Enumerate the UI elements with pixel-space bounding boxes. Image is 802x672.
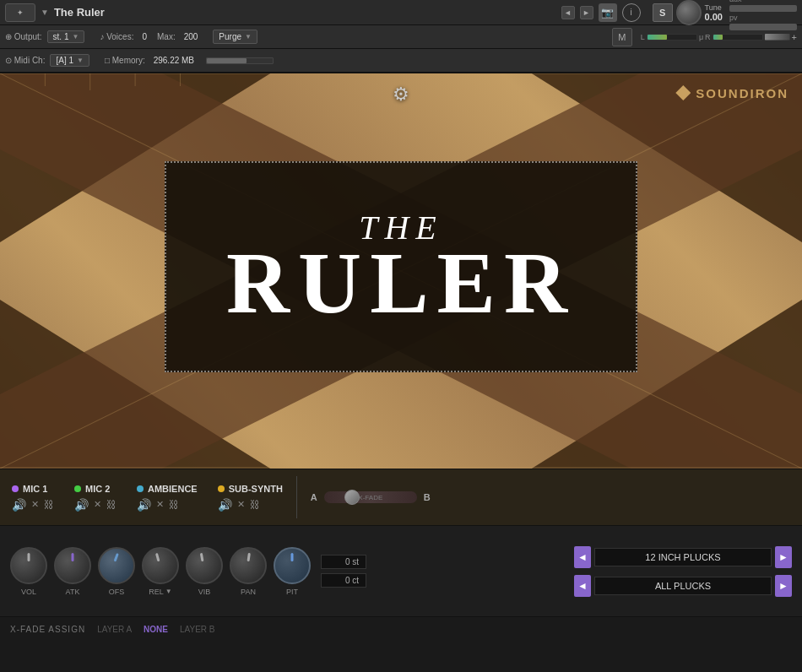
subsynth-x-icon[interactable]: ✕ xyxy=(237,499,245,510)
aux-label: aux xyxy=(729,0,797,3)
aux-pv-section: aux pv xyxy=(729,0,797,30)
preset-1-container: ◄ 12 INCH PLUCKS ► xyxy=(574,546,792,568)
camera-btn[interactable]: 📷 xyxy=(599,3,617,22)
title-bar: ✦ ▼ The Ruler ◄ ► 📷 i S Tune 0.00 aux pv xyxy=(0,0,802,25)
xfade-slider-thumb[interactable] xyxy=(344,490,360,505)
mic1-x-icon[interactable]: ✕ xyxy=(31,499,39,510)
ambience-name-row: AMBIENCE xyxy=(137,484,198,494)
ofs-label: OFS xyxy=(109,588,125,596)
preset-2-container: ◄ ALL PLUCKS ► xyxy=(574,575,792,597)
ambience-vol-icon[interactable]: 🔊 xyxy=(137,498,151,512)
mic1-link-icon[interactable]: ⛓ xyxy=(44,499,54,511)
atk-knob[interactable] xyxy=(54,547,91,584)
mic2-dot xyxy=(74,485,81,492)
nav-back-btn[interactable]: ◄ xyxy=(561,6,575,19)
output-label: ⊕ Output: xyxy=(5,32,42,41)
knob-group-vol: VOL xyxy=(10,547,47,596)
pan-label: PAN xyxy=(241,588,256,596)
pan-knob[interactable] xyxy=(230,547,267,584)
mic1-vol-icon[interactable]: 🔊 xyxy=(12,498,26,512)
bottom-controls: VOL ATK OFS REL ▼ VIB PAN xyxy=(0,526,802,617)
m-button[interactable]: M xyxy=(612,28,632,46)
gear-button[interactable]: ⚙ xyxy=(393,84,409,106)
xfade-slider-track[interactable]: X-FADE xyxy=(324,491,417,503)
xfade-none[interactable]: NONE xyxy=(144,625,168,634)
atk-label: ATK xyxy=(66,588,80,596)
preset2-nav-left[interactable]: ◄ xyxy=(574,575,591,597)
preset2-name: ALL PLUCKS xyxy=(594,577,772,595)
midi-label: ⊙ Midi Ch: xyxy=(5,56,45,65)
mic2-vol-icon[interactable]: 🔊 xyxy=(74,498,89,512)
vib-knob[interactable] xyxy=(186,547,223,584)
ambience-controls: 🔊 ✕ ⛓ xyxy=(137,498,179,512)
voices-label: ♪ Voices: xyxy=(100,32,133,41)
xfade-layer-b[interactable]: LAYER B xyxy=(180,625,215,634)
vol-label: VOL xyxy=(21,588,36,596)
vol-knob[interactable] xyxy=(10,547,47,584)
ab-xfade-section: A X-FADE B xyxy=(311,491,431,503)
ambience-label: AMBIENCE xyxy=(148,484,198,494)
purge-button[interactable]: Purge ▼ xyxy=(213,30,257,44)
main-area: SOUNDIRON ⚙ THE RULER xyxy=(0,73,802,469)
rel-dropdown-arrow[interactable]: ▼ xyxy=(165,588,172,595)
mic2-label: MIC 2 xyxy=(85,484,110,494)
kontakt-logo: ✦ xyxy=(5,3,35,22)
subsynth-label: SUB-SYNTH xyxy=(229,484,283,494)
soundiron-text: SOUNDIRON xyxy=(696,86,788,100)
preset1-nav-right[interactable]: ► xyxy=(775,546,792,568)
mic1-dot xyxy=(12,485,19,492)
soundiron-logo: SOUNDIRON xyxy=(675,85,788,100)
mic-channel-subsynth: SUB-SYNTH 🔊 ✕ ⛓ xyxy=(218,484,283,512)
midi-dropdown[interactable]: [A] 1 ▼ xyxy=(50,54,89,67)
subsynth-dot xyxy=(218,485,225,492)
pitch-ct-field[interactable]: 0 ct xyxy=(321,573,366,588)
mic-divider xyxy=(296,476,297,518)
subsynth-vol-icon[interactable]: 🔊 xyxy=(218,498,232,512)
ofs-knob[interactable] xyxy=(98,547,135,584)
mic-channel-ambience: AMBIENCE 🔊 ✕ ⛓ xyxy=(137,484,198,512)
ambience-link-icon[interactable]: ⛓ xyxy=(169,499,179,511)
pitch-st-field[interactable]: 0 st xyxy=(321,555,366,569)
subsynth-link-icon[interactable]: ⛓ xyxy=(250,499,260,511)
vib-label: VIB xyxy=(198,588,211,596)
output-dropdown[interactable]: st. 1 ▼ xyxy=(47,30,85,43)
mic2-link-icon[interactable]: ⛓ xyxy=(106,499,117,511)
subsynth-controls: 🔊 ✕ ⛓ xyxy=(218,498,260,512)
ambience-dot xyxy=(137,485,144,492)
preset-row-1: ◄ 12 INCH PLUCKS ► ◄ ALL PLUCKS ► xyxy=(574,546,792,597)
preset2-nav-right[interactable]: ► xyxy=(775,575,792,597)
sm-tune-panel: S Tune 0.00 aux pv xyxy=(653,0,797,30)
memory-label: □ Memory: xyxy=(105,56,145,65)
pv-label: pv xyxy=(729,14,797,22)
ambience-x-icon[interactable]: ✕ xyxy=(156,499,164,510)
title-ruler: RULER xyxy=(226,239,576,327)
mic-bar: MIC 1 🔊 ✕ ⛓ MIC 2 🔊 ✕ ⛓ AMBIENCE 🔊 ✕ ⛓ xyxy=(0,469,802,526)
xfade-layer-a[interactable]: LAYER A xyxy=(97,625,132,634)
b-label: B xyxy=(424,492,431,502)
meter-panel: L μ R + xyxy=(641,32,797,42)
mic1-name-row: MIC 1 xyxy=(12,484,47,494)
max-label: Max: xyxy=(157,32,176,41)
mic1-controls: 🔊 ✕ ⛓ xyxy=(12,498,54,512)
s-button[interactable]: S xyxy=(653,3,673,22)
memory-value: 296.22 MB xyxy=(154,56,194,65)
max-value: 200 xyxy=(184,32,198,41)
tune-label: Tune xyxy=(705,3,723,12)
pit-knob[interactable] xyxy=(274,547,311,584)
nav-forward-btn[interactable]: ► xyxy=(580,6,593,19)
info-btn[interactable]: i xyxy=(622,3,641,22)
tune-knob-small[interactable] xyxy=(676,0,702,25)
xfade-assign-label: X-FADE ASSIGN xyxy=(10,625,85,634)
aux-slider[interactable] xyxy=(729,5,797,12)
a-label: A xyxy=(311,492,317,502)
vol-slider-triangle[interactable] xyxy=(765,34,790,41)
midi-row: ⊙ Midi Ch: [A] 1 ▼ □ Memory: 296.22 MB xyxy=(0,49,802,73)
knob-group-pit: PIT xyxy=(274,547,311,596)
rel-knob[interactable] xyxy=(142,547,179,584)
pv-slider[interactable] xyxy=(729,24,797,30)
mic2-x-icon[interactable]: ✕ xyxy=(94,499,101,510)
xfade-center-label: X-FADE xyxy=(324,494,417,501)
knob-group-atk: ATK xyxy=(54,547,91,596)
preset1-name: 12 INCH PLUCKS xyxy=(594,548,772,566)
preset1-nav-left[interactable]: ◄ xyxy=(574,546,591,568)
